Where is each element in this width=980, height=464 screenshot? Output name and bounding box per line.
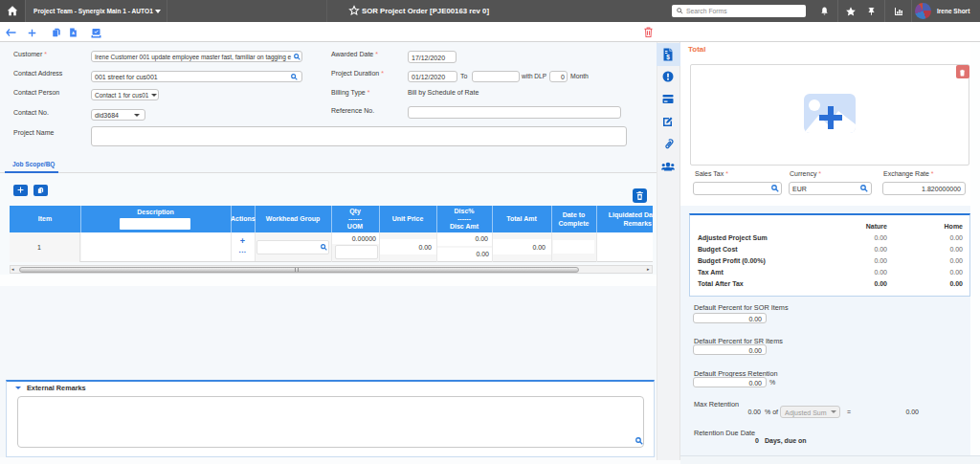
svg-text:A: A bbox=[72, 31, 75, 35]
svg-text:$: $ bbox=[666, 54, 670, 61]
